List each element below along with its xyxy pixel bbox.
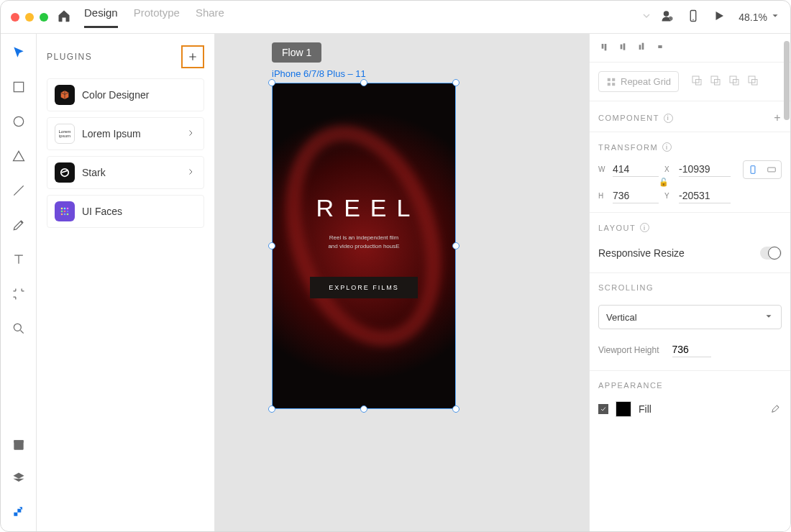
resize-handle[interactable]: [268, 242, 275, 249]
component-section-header: COMPONENT i +: [590, 101, 790, 132]
eyedropper-icon[interactable]: [770, 403, 782, 416]
svg-rect-22: [602, 44, 604, 49]
responsive-resize-row: Responsive Resize: [590, 239, 790, 273]
line-tool-icon[interactable]: [10, 182, 27, 199]
transform-section-header: TRANSFORM i: [590, 132, 790, 159]
home-icon[interactable]: [57, 9, 71, 25]
align-bottom-icon[interactable]: [636, 41, 647, 55]
close-window-icon[interactable]: [11, 13, 19, 22]
resize-handle[interactable]: [360, 405, 367, 413]
rectangle-tool-icon[interactable]: [10, 78, 27, 96]
svg-rect-41: [695, 79, 701, 85]
plugin-item-ui-faces[interactable]: UI Faces: [47, 195, 204, 228]
responsive-resize-toggle[interactable]: [760, 247, 782, 260]
pen-tool-icon[interactable]: [10, 216, 27, 234]
svg-point-17: [61, 214, 63, 216]
plugins-icon[interactable]: [10, 503, 27, 520]
chevron-right-icon: [186, 168, 196, 178]
fill-color-swatch[interactable]: [616, 401, 631, 417]
resize-handle[interactable]: [452, 242, 459, 249]
plugin-item-color-designer[interactable]: Color Designer: [47, 78, 204, 111]
add-plugin-button[interactable]: [181, 45, 204, 68]
y-label: Y: [664, 192, 673, 200]
libraries-icon[interactable]: [10, 436, 27, 454]
panel-title: PLUGINS: [47, 52, 92, 62]
zoom-control[interactable]: 48.1%: [739, 11, 780, 23]
align-top-icon[interactable]: [598, 41, 610, 55]
info-icon[interactable]: i: [640, 223, 649, 232]
repeat-grid-button[interactable]: Repeat Grid: [598, 71, 679, 92]
viewport-height-input[interactable]: [672, 342, 711, 357]
y-input[interactable]: [679, 188, 731, 203]
title-bar: Design Prototype Share 48.1%: [1, 1, 790, 34]
resize-handle[interactable]: [268, 79, 275, 86]
select-tool-icon[interactable]: [10, 44, 27, 61]
minimize-window-icon[interactable]: [25, 13, 34, 22]
svg-point-12: [64, 208, 66, 210]
tab-prototype[interactable]: Prototype: [134, 6, 180, 28]
invite-icon[interactable]: [661, 9, 674, 24]
svg-rect-9: [14, 440, 23, 442]
device-preview-icon[interactable]: [687, 9, 700, 24]
align-row: [590, 34, 790, 63]
info-icon[interactable]: i: [664, 114, 673, 123]
add-component-icon[interactable]: +: [774, 111, 782, 124]
plugin-item-lorem-ipsum[interactable]: Loremipsum Lorem Ipsum: [47, 117, 204, 150]
svg-point-11: [61, 208, 63, 210]
svg-point-0: [664, 11, 669, 17]
plugin-label: UI Faces: [82, 206, 196, 217]
canvas[interactable]: Flow 1 iPhone 6/7/8 Plus – 11 •••○○ Carr…: [215, 34, 589, 531]
flow-badge[interactable]: Flow 1: [272, 42, 321, 63]
window-controls: [11, 13, 48, 22]
scrolling-mode-select[interactable]: Vertical: [598, 305, 782, 329]
info-icon[interactable]: i: [662, 142, 672, 152]
viewport-height-label: Viewport Height: [598, 345, 659, 355]
plugin-item-stark[interactable]: Stark: [47, 156, 204, 189]
path-exclude-icon[interactable]: [746, 74, 759, 89]
resize-handle[interactable]: [360, 79, 367, 86]
tab-share[interactable]: Share: [196, 6, 224, 28]
svg-rect-36: [608, 78, 611, 81]
text-tool-icon[interactable]: [10, 251, 27, 268]
distribute-v-icon[interactable]: [654, 41, 666, 55]
path-subtract-icon[interactable]: [709, 74, 722, 89]
scrollbar[interactable]: [784, 41, 790, 120]
landscape-icon[interactable]: [762, 161, 781, 178]
resize-handle[interactable]: [452, 405, 459, 413]
maximize-window-icon[interactable]: [40, 13, 48, 22]
section-title: TRANSFORM: [598, 143, 658, 152]
tab-design[interactable]: Design: [84, 6, 118, 28]
zoom-tool-icon[interactable]: [10, 320, 27, 337]
path-intersect-icon[interactable]: [728, 74, 741, 89]
orientation-toggle[interactable]: [743, 160, 782, 179]
document-dropdown-icon[interactable]: [641, 10, 652, 24]
portrait-icon[interactable]: [744, 161, 762, 178]
artboard-tool-icon[interactable]: [10, 285, 27, 303]
x-input[interactable]: [679, 162, 731, 177]
plugin-list: Color Designer Loremipsum Lorem Ipsum St…: [47, 78, 204, 228]
lock-aspect-icon[interactable]: 🔓: [659, 178, 669, 187]
align-vcenter-icon[interactable]: [617, 41, 628, 55]
path-union-icon[interactable]: [690, 74, 703, 89]
svg-rect-25: [623, 43, 626, 50]
svg-rect-24: [621, 45, 623, 50]
fill-checkbox[interactable]: [598, 404, 608, 414]
svg-point-5: [14, 116, 23, 126]
play-preview-icon[interactable]: [713, 9, 726, 24]
artboard[interactable]: •••○○ Carrier 9:41 AM ⚡42% ▮ REEL REEL R…: [272, 83, 456, 409]
chevron-down-icon: [770, 11, 780, 23]
height-input[interactable]: [613, 188, 659, 203]
viewport-height-row: Viewport Height: [590, 335, 790, 371]
layers-icon[interactable]: [10, 469, 27, 487]
mode-tabs: Design Prototype Share: [84, 6, 224, 28]
polygon-tool-icon[interactable]: [10, 147, 27, 165]
ellipse-tool-icon[interactable]: [10, 113, 27, 130]
resize-handle[interactable]: [268, 405, 275, 413]
artboard-name[interactable]: iPhone 6/7/8 Plus – 11: [272, 68, 366, 79]
svg-point-7: [14, 324, 21, 331]
zoom-value: 48.1%: [739, 12, 767, 23]
resize-handle[interactable]: [452, 79, 459, 86]
width-label: W: [598, 165, 607, 173]
width-input[interactable]: [613, 162, 659, 177]
svg-rect-45: [733, 79, 739, 85]
